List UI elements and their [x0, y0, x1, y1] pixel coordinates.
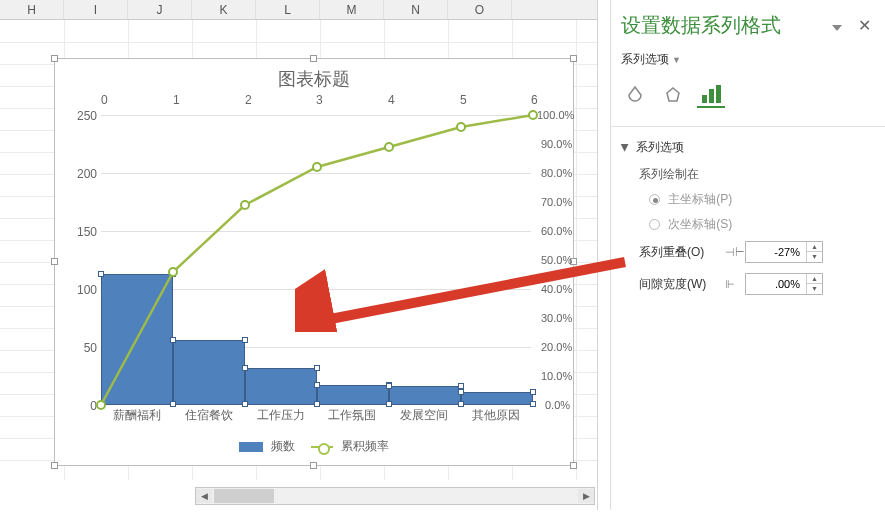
legend-swatch-line-icon [311, 446, 333, 448]
radio-icon [649, 219, 660, 230]
resize-handle[interactable] [310, 55, 317, 62]
plot-on-label: 系列绘制在 [639, 166, 875, 183]
resize-handle[interactable] [570, 462, 577, 469]
top-axis-tick: 1 [173, 93, 180, 107]
top-axis-tick: 0 [101, 93, 108, 107]
col-header[interactable]: O [448, 0, 512, 19]
series-options-label: 系列选项 [621, 52, 669, 66]
resize-handle[interactable] [570, 55, 577, 62]
y-left-tick: 0 [69, 399, 97, 413]
gap-label: 间隙宽度(W) [639, 276, 725, 293]
fill-tab-icon[interactable] [621, 82, 649, 108]
primary-axis-radio[interactable]: 主坐标轴(P) [649, 191, 875, 208]
gap-spinner[interactable]: ▲▼ [745, 273, 823, 295]
top-axis-tick: 5 [460, 93, 467, 107]
top-axis-tick: 2 [245, 93, 252, 107]
plot-area[interactable] [101, 115, 531, 405]
svg-marker-3 [667, 88, 679, 101]
bar-series[interactable] [317, 385, 389, 405]
bar-series[interactable] [245, 368, 317, 405]
bar-series[interactable] [173, 340, 245, 405]
x-category: 工作氛围 [316, 407, 388, 424]
embedded-chart[interactable]: 图表标题 0 1 2 3 4 5 6 250 200 150 100 50 0 … [54, 58, 574, 466]
spin-down-icon[interactable]: ▼ [807, 284, 822, 294]
spin-down-icon[interactable]: ▼ [807, 252, 822, 262]
x-category: 其他原因 [460, 407, 532, 424]
y-left-tick: 50 [69, 341, 97, 355]
y-left-tick: 200 [69, 167, 97, 181]
close-icon[interactable]: ✕ [858, 16, 871, 35]
secondary-axis-radio[interactable]: 次坐标轴(S) [649, 216, 875, 233]
legend-label-line: 累积频率 [341, 439, 389, 453]
resize-handle[interactable] [51, 258, 58, 265]
col-header[interactable]: N [384, 0, 448, 19]
resize-handle[interactable] [51, 462, 58, 469]
svg-marker-2 [832, 25, 842, 31]
line-marker[interactable] [168, 267, 178, 277]
series-overlap-control: 系列重叠(O) ⊣⊢ ▲▼ [639, 241, 875, 263]
y-left-tick: 250 [69, 109, 97, 123]
y-right-tick: 0.0% [545, 399, 570, 411]
slider-icon[interactable]: ⊩ [725, 278, 745, 291]
x-category: 薪酬福利 [101, 407, 173, 424]
format-data-series-pane: 设置数据系列格式 ✕ 系列选项▼ ▶ 系列选项 系列绘制在 主坐标轴(P) 次坐… [610, 0, 885, 510]
spin-up-icon[interactable]: ▲ [807, 274, 822, 284]
line-marker[interactable] [240, 200, 250, 210]
bar-series[interactable] [389, 386, 461, 405]
scroll-left-button[interactable]: ◀ [196, 489, 212, 503]
y-right-tick: 100.0% [537, 109, 574, 121]
section-label: 系列选项 [636, 140, 684, 154]
col-header[interactable]: I [64, 0, 128, 19]
col-header[interactable]: J [128, 0, 192, 19]
col-header[interactable]: M [320, 0, 384, 19]
series-options-dropdown[interactable]: 系列选项▼ [621, 51, 875, 68]
overlap-spinner[interactable]: ▲▼ [745, 241, 823, 263]
resize-handle[interactable] [51, 55, 58, 62]
pane-task-dropdown[interactable] [831, 22, 843, 34]
series-options-tab-icon[interactable] [697, 82, 725, 108]
col-header[interactable]: H [0, 0, 64, 19]
slider-icon[interactable]: ⊣⊢ [725, 246, 745, 259]
y-left-tick: 150 [69, 225, 97, 239]
section-series-options[interactable]: ▶ 系列选项 [621, 139, 875, 156]
pane-tabs [621, 82, 875, 108]
chart-legend[interactable]: 频数 累积频率 [55, 438, 573, 455]
line-marker[interactable] [384, 142, 394, 152]
line-marker[interactable] [528, 110, 538, 120]
y-right-tick: 70.0% [541, 196, 572, 208]
y-right-tick: 60.0% [541, 225, 572, 237]
worksheet-area: H I J K L M N O 图表标题 0 1 2 3 4 5 [0, 0, 598, 510]
scroll-right-button[interactable]: ▶ [578, 489, 594, 503]
top-axis-tick: 3 [316, 93, 323, 107]
bar-series[interactable] [101, 274, 173, 405]
y-right-tick: 50.0% [541, 254, 572, 266]
x-category: 工作压力 [245, 407, 317, 424]
overlap-label: 系列重叠(O) [639, 244, 725, 261]
gap-input[interactable] [746, 274, 804, 294]
scroll-thumb[interactable] [214, 489, 274, 503]
y-right-tick: 80.0% [541, 167, 572, 179]
line-marker[interactable] [312, 162, 322, 172]
col-header[interactable]: K [192, 0, 256, 19]
x-category: 发展空间 [388, 407, 460, 424]
resize-handle[interactable] [310, 462, 317, 469]
overlap-input[interactable] [746, 242, 804, 262]
column-headers-row: H I J K L M N O [0, 0, 597, 20]
legend-swatch-bar-icon [239, 442, 263, 452]
y-right-tick: 90.0% [541, 138, 572, 150]
spin-up-icon[interactable]: ▲ [807, 242, 822, 252]
chart-title[interactable]: 图表标题 [55, 59, 573, 91]
expand-triangle-icon: ▶ [620, 144, 631, 152]
line-marker[interactable] [456, 122, 466, 132]
col-header[interactable]: L [256, 0, 320, 19]
y-right-tick: 40.0% [541, 283, 572, 295]
bar-series[interactable] [461, 392, 533, 405]
horizontal-scrollbar[interactable]: ◀ ▶ [195, 487, 595, 505]
y-left-tick: 100 [69, 283, 97, 297]
effects-tab-icon[interactable] [659, 82, 687, 108]
secondary-axis-label: 次坐标轴(S) [668, 217, 732, 231]
primary-axis-label: 主坐标轴(P) [668, 192, 732, 206]
y-right-tick: 20.0% [541, 341, 572, 353]
top-axis-tick: 6 [531, 93, 538, 107]
radio-icon [649, 194, 660, 205]
